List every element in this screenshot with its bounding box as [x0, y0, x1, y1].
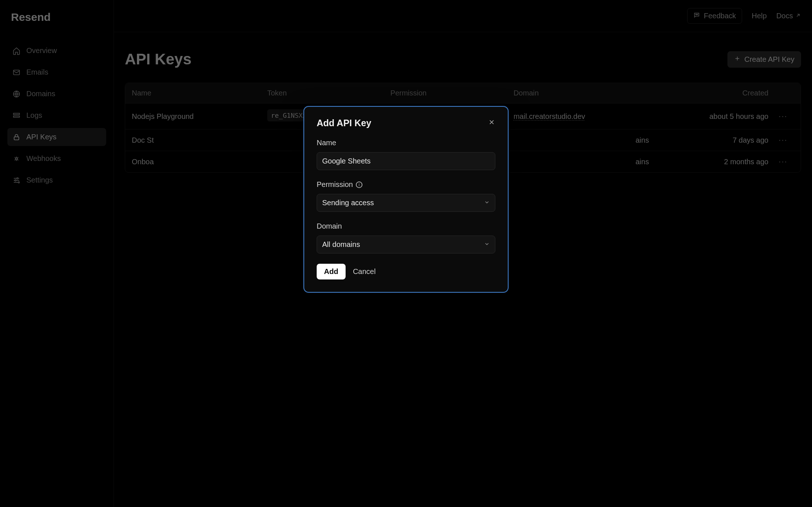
- chevron-down-icon: [484, 199, 490, 207]
- domain-select[interactable]: All domains: [317, 236, 495, 254]
- chevron-down-icon: [484, 240, 490, 249]
- modal-actions: Add Cancel: [317, 264, 495, 279]
- add-button[interactable]: Add: [317, 264, 346, 279]
- info-icon[interactable]: i: [356, 181, 362, 188]
- permission-value: Sending access: [322, 199, 374, 207]
- name-label: Name: [317, 139, 495, 147]
- modal-title: Add API Key: [317, 118, 371, 128]
- permission-field: Permission i Sending access: [317, 180, 495, 212]
- name-field: Name: [317, 139, 495, 170]
- domain-value: All domains: [322, 240, 360, 249]
- close-icon[interactable]: [488, 119, 495, 128]
- name-input[interactable]: [317, 152, 495, 170]
- permission-label: Permission i: [317, 180, 495, 189]
- modal-header: Add API Key: [317, 118, 495, 128]
- add-api-key-modal: Add API Key Name Permission i Sending ac…: [303, 106, 509, 293]
- permission-label-text: Permission: [317, 180, 353, 189]
- cancel-button[interactable]: Cancel: [353, 267, 376, 276]
- domain-label: Domain: [317, 222, 495, 230]
- modal-overlay[interactable]: Add API Key Name Permission i Sending ac…: [0, 0, 812, 507]
- domain-field: Domain All domains: [317, 222, 495, 254]
- permission-select[interactable]: Sending access: [317, 194, 495, 212]
